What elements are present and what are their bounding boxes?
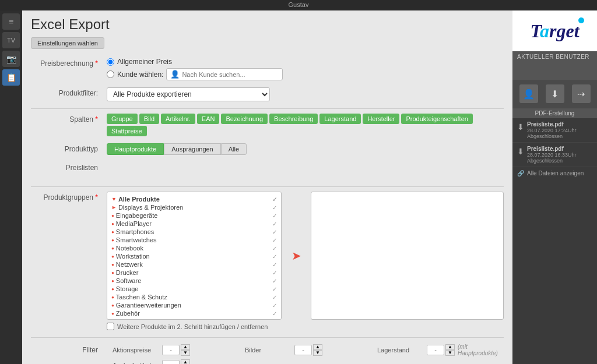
- filter-bilder-up[interactable]: ▲: [313, 344, 322, 350]
- preislisten-content: [107, 162, 504, 179]
- tag-ean[interactable]: EAN: [197, 114, 220, 124]
- tag-gruppe[interactable]: Gruppe: [107, 114, 138, 124]
- filter-aktionspreise-stepper: ▲ ▼: [181, 344, 190, 356]
- typ-hauptprodukte[interactable]: Hauptprodukte: [107, 143, 164, 155]
- filter-lagerstand-extra: (mit Hauptprodukte): [458, 344, 504, 356]
- tree-item-storage[interactable]: ● Storage ✓: [110, 285, 278, 293]
- tree-item-tablets[interactable]: ● Tablets ✓: [110, 317, 278, 320]
- sidebar-clipboard-icon[interactable]: 📋: [2, 69, 20, 86]
- filter-row-1: Filter Aktionspreise ▲ ▼ Bilder: [31, 344, 504, 356]
- pdf-status-1: Abgeschlossen: [527, 133, 577, 139]
- tree-item-notebook[interactable]: ● Notebook ✓: [110, 244, 278, 252]
- tree-item-mediaplayer[interactable]: ● MediaPlayer ✓: [110, 220, 278, 228]
- filter-bilder-input[interactable]: [294, 345, 312, 355]
- all-files-label: Alle Dateien anzeigen: [527, 170, 584, 176]
- tree-item-garantie[interactable]: ● Garantieerweiterungen ✓: [110, 301, 278, 309]
- tree-arrow-displays: ►: [111, 204, 117, 210]
- weitere-produkte-label: Weitere Produkte im 2. Schritt hinzufüge…: [117, 323, 268, 330]
- filter-bilder-down[interactable]: ▼: [313, 350, 322, 356]
- tree-item-netzwerk[interactable]: ● Netzwerk ✓: [110, 260, 278, 268]
- filter-lagerstand-controls: ▲ ▼: [427, 344, 455, 356]
- divider-3: [31, 337, 504, 338]
- tag-produkteigenschaften[interactable]: Produkteigenschaften: [401, 114, 472, 124]
- produkttyp-row: Produkttyp Hauptprodukte Ausprägungen Al…: [31, 143, 504, 155]
- produktgruppen-target[interactable]: [311, 192, 504, 320]
- tag-hersteller[interactable]: Hersteller: [363, 114, 399, 124]
- tree-item-workstation[interactable]: ● Workstation ✓: [110, 252, 278, 260]
- sidebar-menu-icon[interactable]: ≡: [2, 13, 20, 30]
- filter-bilder-stepper: ▲ ▼: [313, 344, 322, 356]
- spalten-tags: Gruppe Bild Artikelnr. EAN Bezeichnung B…: [107, 114, 504, 136]
- tag-beschreibung[interactable]: Beschreibung: [269, 114, 318, 124]
- radio-allgemeiner-preis[interactable]: Allgemeiner Preis: [107, 58, 504, 66]
- filter-auslaufartikel-up[interactable]: ▲: [181, 359, 190, 364]
- filter-aktionspreise-input[interactable]: [162, 345, 180, 355]
- preisberechnung-options: Allgemeiner Preis Kunde wählen: 👤: [107, 58, 504, 80]
- settings-button[interactable]: Einstellungen wählen: [31, 37, 104, 49]
- produktfilter-content: Alle Produkte exportieren: [107, 87, 504, 101]
- sidebar-tv-icon[interactable]: TV: [2, 32, 20, 48]
- preisberechnung-row: Preisberechnung * Allgemeiner Preis Kund…: [31, 58, 504, 80]
- radio-kunde-waehlen[interactable]: Kunde wählen: 👤: [107, 68, 504, 80]
- tree-item-drucker[interactable]: ● Drucker ✓: [110, 268, 278, 277]
- page-title: Excel Export: [31, 16, 504, 33]
- filter-label: Filter: [31, 346, 107, 354]
- tag-bild[interactable]: Bild: [139, 114, 159, 124]
- preislisten-area: [107, 162, 504, 179]
- tree-item-displays[interactable]: ► Displays & Projektoren ✓: [110, 203, 278, 211]
- customer-search-input[interactable]: [182, 71, 279, 78]
- filter-auslaufartikel-controls: ▲ ▼: [162, 359, 190, 364]
- preisberechnung-label: Preisberechnung *: [31, 58, 107, 68]
- tag-bezeichnung[interactable]: Bezeichnung: [221, 114, 268, 124]
- pdf-download-icon-2: ⬇: [517, 147, 524, 156]
- user-display-area: [512, 62, 597, 80]
- tree-item-zubehor[interactable]: ● Zubehör ✓: [110, 309, 278, 317]
- download-action-btn[interactable]: ⬇: [546, 84, 564, 103]
- produkttyp-buttons: Hauptprodukte Ausprägungen Alle: [107, 143, 504, 155]
- tag-artikelnr[interactable]: Artikelnr.: [161, 114, 195, 124]
- pdf-item-1[interactable]: ⬇ Preisliste.pdf 28.07.2020 17:24Uhr Abg…: [512, 118, 597, 143]
- customer-search-box[interactable]: 👤: [166, 68, 283, 80]
- produktfilter-label: Produktfilter:: [31, 87, 107, 97]
- produkttyp-label: Produkttyp: [31, 143, 107, 153]
- preisberechnung-content: Allgemeiner Preis Kunde wählen: 👤: [107, 58, 504, 80]
- person-action-btn[interactable]: 👤: [519, 84, 538, 103]
- preislisten-label: Preislisten: [31, 162, 107, 172]
- tree-item-software[interactable]: ● Software ✓: [110, 277, 278, 285]
- tree-item-smartwatches[interactable]: ● Smartwatches ✓: [110, 236, 278, 244]
- weitere-produkte-row[interactable]: Weitere Produkte im 2. Schritt hinzufüge…: [107, 323, 504, 330]
- pdf-date-1: 28.07.2020 17:24Uhr: [527, 128, 577, 133]
- filter-lagerstand-up[interactable]: ▲: [445, 344, 455, 350]
- filter-aktionspreise-controls: ▲ ▼: [162, 344, 190, 356]
- content-area: Excel Export Einstellungen wählen Preisb…: [22, 10, 512, 364]
- person-icon: 👤: [170, 70, 180, 79]
- all-files-button[interactable]: 🔗 Alle Dateien anzeigen: [512, 167, 597, 179]
- tag-lagerstand[interactable]: Lagerstand: [319, 114, 361, 124]
- filter-lagerstand-input[interactable]: [427, 345, 444, 355]
- produktfilter-select[interactable]: Alle Produkte exportieren: [107, 87, 270, 101]
- typ-auspragungen[interactable]: Ausprägungen: [164, 143, 221, 155]
- tree-item-alle[interactable]: ▼ Alle Produkte ✓: [110, 195, 278, 203]
- filter-aktionspreise-down[interactable]: ▼: [181, 350, 190, 356]
- produktgruppen-list[interactable]: ▼ Alle Produkte ✓ ► Displays & Projektor…: [107, 192, 282, 320]
- pdf-section-label: PDF-Erstellung: [512, 108, 597, 118]
- transfer-arrow-btn[interactable]: ➤: [292, 249, 301, 263]
- logo-text: Target: [530, 20, 579, 41]
- tag-stattpreise[interactable]: Stattpreise: [107, 126, 147, 136]
- pdf-date-2: 28.07.2020 16:33Uhr: [527, 152, 577, 158]
- filter-aktionspreise-up[interactable]: ▲: [181, 344, 190, 350]
- filter-auslaufartikel-input[interactable]: [162, 360, 180, 364]
- share-action-btn[interactable]: ⇢: [572, 84, 591, 103]
- typ-alle[interactable]: Alle: [221, 143, 247, 155]
- divider-1: [31, 108, 504, 109]
- tree-item-eingabe[interactable]: ● Eingabegeräte ✓: [110, 211, 278, 220]
- filter-bilder-label: Bilder: [245, 347, 292, 354]
- weitere-produkte-checkbox[interactable]: [107, 323, 114, 330]
- tree-item-taschen[interactable]: ● Taschen & Schutz ✓: [110, 293, 278, 301]
- filter-auslaufartikel-stepper: ▲ ▼: [181, 359, 190, 364]
- sidebar-camera-icon[interactable]: 📷: [2, 51, 20, 67]
- filter-lagerstand-down[interactable]: ▼: [445, 350, 455, 356]
- filter-aktionspreise-label: Aktionspreise: [113, 347, 159, 354]
- pdf-item-2[interactable]: ⬇ Preisliste.pdf 28.07.2020 16:33Uhr Abg…: [512, 143, 597, 167]
- tree-item-smartphones[interactable]: ● Smartphones ✓: [110, 228, 278, 236]
